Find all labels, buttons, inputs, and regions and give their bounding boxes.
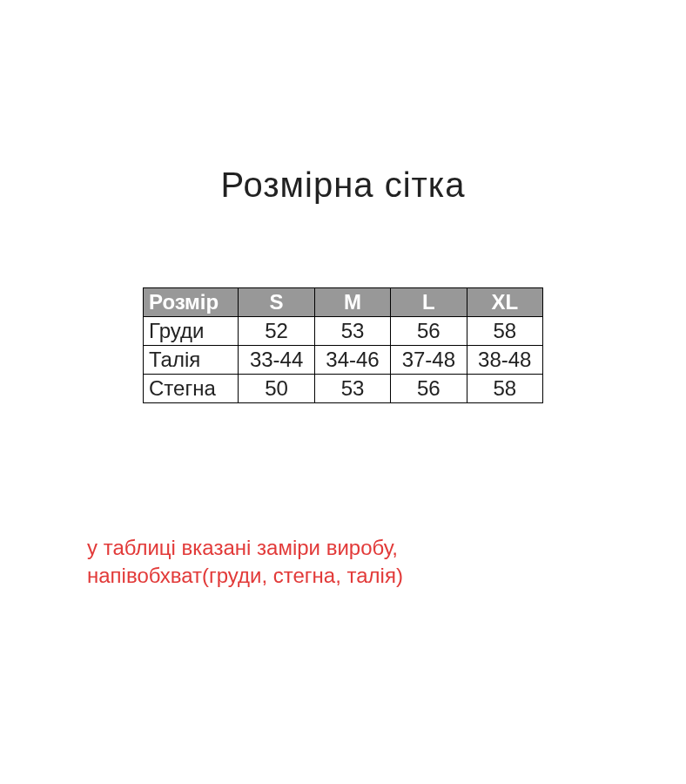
size-table: Розмір S M L XL Груди 52 53 56 58 Талія xyxy=(143,287,543,403)
page: Розмірна сітка Розмір S M L XL Груди 52 … xyxy=(0,0,686,784)
size-table-body: Груди 52 53 56 58 Талія 33-44 34-46 37-4… xyxy=(144,317,543,403)
cell-chest-l: 56 xyxy=(391,317,467,346)
row-label-waist: Талія xyxy=(144,346,239,375)
col-header-s: S xyxy=(239,288,314,317)
page-title: Розмірна сітка xyxy=(87,166,599,205)
table-row: Груди 52 53 56 58 xyxy=(144,317,543,346)
col-header-measure: Розмір xyxy=(144,288,239,317)
row-label-chest: Груди xyxy=(144,317,239,346)
table-row: Талія 33-44 34-46 37-48 38-48 xyxy=(144,346,543,375)
col-header-m: M xyxy=(314,288,390,317)
col-header-xl: XL xyxy=(467,288,542,317)
row-label-hips: Стегна xyxy=(144,375,239,403)
table-row: Стегна 50 53 56 58 xyxy=(144,375,543,403)
cell-waist-l: 37-48 xyxy=(391,346,467,375)
cell-chest-m: 53 xyxy=(314,317,390,346)
col-header-l: L xyxy=(391,288,467,317)
size-table-head: Розмір S M L XL xyxy=(144,288,543,317)
cell-hips-xl: 58 xyxy=(467,375,542,403)
cell-chest-xl: 58 xyxy=(467,317,542,346)
cell-chest-s: 52 xyxy=(239,317,314,346)
size-table-header-row: Розмір S M L XL xyxy=(144,288,543,317)
measurement-note: у таблиці вказані заміри виробу, напівоб… xyxy=(87,534,599,591)
size-table-wrap: Розмір S M L XL Груди 52 53 56 58 Талія xyxy=(143,287,543,403)
cell-hips-s: 50 xyxy=(239,375,314,403)
cell-waist-xl: 38-48 xyxy=(467,346,542,375)
cell-waist-m: 34-46 xyxy=(314,346,390,375)
cell-hips-m: 53 xyxy=(314,375,390,403)
cell-hips-l: 56 xyxy=(391,375,467,403)
cell-waist-s: 33-44 xyxy=(239,346,314,375)
